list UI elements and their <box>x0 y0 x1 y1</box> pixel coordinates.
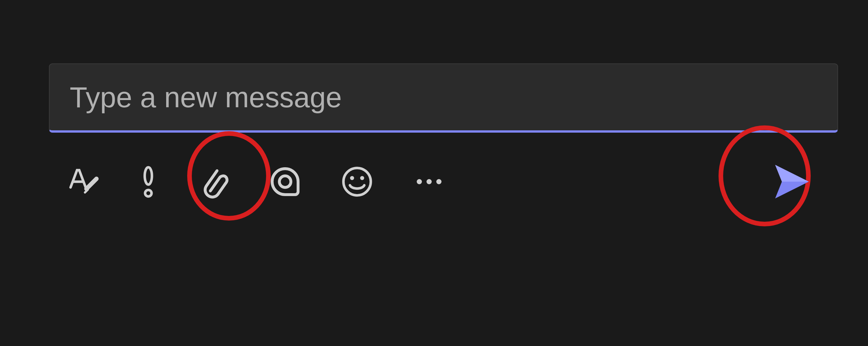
compose-toolbar <box>49 153 838 210</box>
svg-point-3 <box>344 168 371 196</box>
loop-components-icon <box>268 164 302 199</box>
send-icon <box>772 162 812 202</box>
loop-components-button[interactable] <box>268 164 302 199</box>
more-options-button[interactable] <box>412 164 446 199</box>
attach-file-button[interactable] <box>196 164 230 199</box>
message-input[interactable] <box>70 81 817 114</box>
svg-point-2 <box>279 176 291 188</box>
set-importance-button[interactable] <box>138 164 158 199</box>
svg-point-1 <box>145 190 152 197</box>
message-compose-area <box>49 63 838 210</box>
more-options-icon <box>417 179 441 184</box>
svg-point-4 <box>350 176 354 180</box>
message-input-container[interactable] <box>49 63 838 133</box>
paperclip-icon <box>196 164 230 199</box>
format-text-button[interactable] <box>66 164 101 199</box>
smiley-icon <box>340 164 374 199</box>
exclamation-icon <box>138 164 158 199</box>
send-button[interactable] <box>772 162 812 202</box>
emoji-button[interactable] <box>340 164 374 199</box>
format-text-icon <box>66 164 101 199</box>
svg-point-0 <box>145 167 152 184</box>
svg-point-5 <box>360 176 364 180</box>
